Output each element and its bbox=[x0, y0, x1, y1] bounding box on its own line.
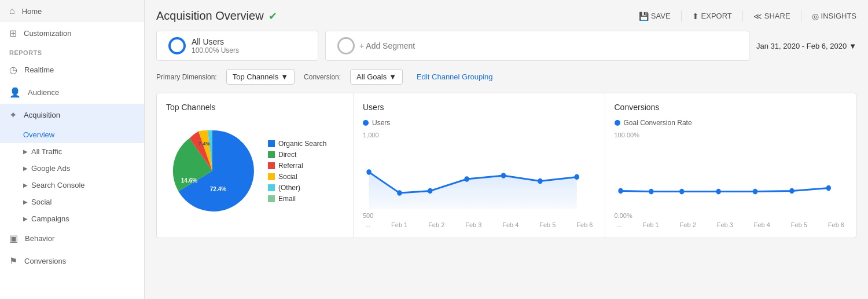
sidebar-acquisition-label: Acquisition bbox=[24, 111, 60, 119]
charts-area: Top Channels 72.4% bbox=[156, 93, 856, 238]
conversions-icon: ⚑ bbox=[9, 256, 17, 267]
separator-3 bbox=[801, 10, 801, 22]
insights-button[interactable]: ◎ INSIGHTS bbox=[812, 12, 856, 21]
chevron-search-console: ▶ bbox=[23, 182, 28, 188]
legend-email-label: Email bbox=[278, 195, 296, 203]
users-dot-4 bbox=[501, 173, 506, 178]
conversion-dropdown[interactable]: All Goals ▼ bbox=[350, 69, 403, 85]
pie-area: 72.4% 14.6% 7.4% Organic Search Direct bbox=[166, 119, 344, 223]
sidebar-customization-label: Customization bbox=[24, 29, 71, 38]
conversion-label: Conversion: bbox=[304, 73, 341, 81]
add-segment-card[interactable]: + Add Segment bbox=[325, 31, 749, 61]
top-channels-panel: Top Channels 72.4% bbox=[157, 93, 354, 238]
chevron-all-traffic: ▶ bbox=[23, 148, 28, 155]
date-range-label: Jan 31, 2020 - Feb 6, 2020 bbox=[756, 42, 847, 50]
sidebar-item-campaigns[interactable]: ▶ Campaigns bbox=[0, 210, 144, 227]
conversions-dot-3 bbox=[716, 189, 720, 195]
sidebar-item-acquisition[interactable]: ✦ Acquisition bbox=[0, 104, 144, 126]
primary-dimension-dropdown[interactable]: Top Channels ▼ bbox=[226, 69, 295, 85]
share-button[interactable]: ≪ SHARE bbox=[753, 12, 790, 21]
legend-other: (Other) bbox=[268, 184, 326, 192]
conversions-legend-label: Goal Conversion Rate bbox=[624, 119, 692, 127]
dimension-row: Primary Dimension: Top Channels ▼ Conver… bbox=[156, 69, 856, 85]
legend-organic-search: Organic Search bbox=[268, 140, 326, 148]
date-dropdown-icon: ▼ bbox=[849, 42, 856, 50]
conversions-y-top: 100.00% bbox=[615, 132, 847, 138]
top-channels-title: Top Channels bbox=[166, 103, 344, 112]
sidebar-all-traffic-label: All Traffic bbox=[31, 147, 62, 156]
sidebar-item-realtime[interactable]: ◷ Realtime bbox=[0, 59, 144, 81]
date-range-display[interactable]: Jan 31, 2020 - Feb 6, 2020 ▼ bbox=[756, 42, 856, 50]
users-panel: Users Users 1,000 bbox=[354, 93, 605, 238]
users-dot-5 bbox=[538, 178, 542, 184]
behavior-icon: ▣ bbox=[9, 233, 18, 244]
users-legend-label: Users bbox=[372, 119, 390, 127]
export-icon: ⬆ bbox=[692, 12, 699, 21]
pie-chart: 72.4% 14.6% 7.4% bbox=[166, 125, 259, 217]
users-legend: Users bbox=[363, 119, 595, 127]
conversions-x-axis: ... Feb 1 Feb 2 Feb 3 Feb 4 Feb 5 Feb 6 bbox=[615, 221, 847, 228]
sidebar-conversions-label: Conversions bbox=[24, 257, 66, 265]
sidebar-item-home[interactable]: ⌂ Home bbox=[0, 0, 144, 22]
legend-organic-label: Organic Search bbox=[278, 140, 326, 148]
main-content: Acquisition Overview ✔ 💾 SAVE ⬆ EXPORT ≪… bbox=[145, 0, 868, 299]
conversions-dot-6 bbox=[826, 185, 830, 191]
save-button[interactable]: 💾 SAVE bbox=[639, 12, 671, 21]
legend-other-label: (Other) bbox=[278, 184, 300, 192]
users-title: Users bbox=[363, 103, 595, 112]
legend-dot-other bbox=[268, 184, 275, 191]
segments-group: All Users 100.00% Users + Add Segment bbox=[156, 31, 749, 61]
save-icon: 💾 bbox=[639, 12, 649, 21]
sidebar-item-customization[interactable]: ⊞ Customization bbox=[0, 22, 144, 45]
pie-legend: Organic Search Direct Referral Social bbox=[268, 140, 326, 203]
primary-dimension-label: Primary Dimension: bbox=[156, 73, 217, 81]
sidebar-social-label: Social bbox=[31, 198, 52, 206]
sidebar-campaigns-label: Campaigns bbox=[31, 214, 69, 223]
audience-icon: 👤 bbox=[9, 87, 21, 98]
acquisition-icon: ✦ bbox=[9, 110, 17, 121]
share-icon: ≪ bbox=[753, 12, 762, 21]
legend-referral-label: Referral bbox=[278, 162, 303, 170]
sidebar-home-label: Home bbox=[22, 7, 42, 16]
legend-dot-social bbox=[268, 173, 275, 180]
insights-icon: ◎ bbox=[812, 12, 819, 21]
sidebar-item-behavior[interactable]: ▣ Behavior bbox=[0, 227, 144, 250]
conversions-panel: Conversions Goal Conversion Rate 100.00%… bbox=[605, 93, 856, 238]
conversions-legend-dot bbox=[615, 120, 620, 126]
legend-dot-email bbox=[268, 195, 275, 202]
edit-channel-grouping-link[interactable]: Edit Channel Grouping bbox=[417, 72, 493, 81]
verified-icon: ✔ bbox=[269, 10, 277, 23]
add-segment-circle bbox=[337, 37, 355, 54]
pie-label-72: 72.4% bbox=[210, 186, 226, 192]
chevron-google-ads: ▶ bbox=[23, 165, 28, 172]
sidebar-item-conversions[interactable]: ⚑ Conversions bbox=[0, 250, 144, 272]
conversions-y-mid: 0.00% bbox=[615, 212, 847, 219]
legend-social-label: Social bbox=[278, 173, 297, 181]
reports-section-label: REPORTS bbox=[0, 45, 144, 59]
sidebar-search-console-label: Search Console bbox=[31, 181, 85, 189]
sidebar-item-audience[interactable]: 👤 Audience bbox=[0, 81, 144, 104]
sidebar-item-google-ads[interactable]: ▶ Google Ads bbox=[0, 160, 144, 177]
legend-social: Social bbox=[268, 173, 326, 181]
pie-svg: 72.4% 14.6% 7.4% bbox=[166, 125, 259, 217]
legend-direct-label: Direct bbox=[278, 151, 296, 159]
sidebar-realtime-label: Realtime bbox=[24, 65, 54, 74]
export-button[interactable]: ⬆ EXPORT bbox=[692, 12, 732, 21]
users-y-mid: 500 bbox=[363, 212, 595, 219]
separator-1 bbox=[681, 10, 682, 22]
segment-card-all-users[interactable]: All Users 100.00% Users bbox=[156, 31, 318, 61]
sidebar-item-social[interactable]: ▶ Social bbox=[0, 194, 144, 210]
users-dot-0 bbox=[366, 169, 371, 175]
sidebar-item-all-traffic[interactable]: ▶ All Traffic bbox=[0, 143, 144, 160]
sidebar-item-overview[interactable]: Overview bbox=[0, 126, 144, 143]
legend-dot-organic bbox=[268, 140, 275, 147]
users-x-axis: ... Feb 1 Feb 2 Feb 3 Feb 4 Feb 5 Feb 6 bbox=[363, 221, 595, 228]
chevron-campaigns: ▶ bbox=[23, 216, 28, 222]
sidebar-item-search-console[interactable]: ▶ Search Console bbox=[0, 177, 144, 194]
page-header: Acquisition Overview ✔ 💾 SAVE ⬆ EXPORT ≪… bbox=[156, 9, 856, 23]
segment-sub: 100.00% Users bbox=[192, 46, 239, 54]
sidebar: ⌂ Home ⊞ Customization REPORTS ◷ Realtim… bbox=[0, 0, 145, 299]
sidebar-behavior-label: Behavior bbox=[25, 234, 54, 243]
sidebar-overview-label: Overview bbox=[23, 130, 54, 139]
separator-2 bbox=[742, 10, 743, 22]
